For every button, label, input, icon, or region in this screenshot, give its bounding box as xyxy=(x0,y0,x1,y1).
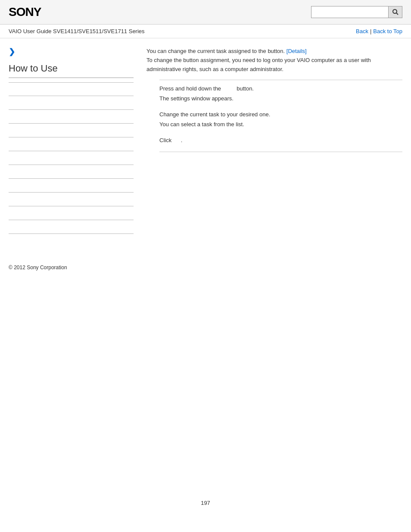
main-content: ❯ How to Use You can change the current … xyxy=(0,38,411,243)
footer: © 2012 Sony Corporation xyxy=(0,255,411,279)
guide-title: VAIO User Guide SVE1411/SVE1511/SVE1711 … xyxy=(9,28,145,34)
intro-line1: You can change the current task assigned… xyxy=(146,48,285,54)
content-intro: You can change the current task assigned… xyxy=(146,47,402,74)
step-2-line-2: You can select a task from the list. xyxy=(159,120,402,129)
sidebar-nav xyxy=(9,82,134,234)
page-number: 197 xyxy=(201,491,210,515)
step-3-line-1: Click . xyxy=(159,136,402,145)
svg-point-0 xyxy=(393,9,397,13)
back-to-top-link[interactable]: Back to Top xyxy=(373,28,402,34)
step-3: Click . xyxy=(159,136,402,145)
sidebar-nav-item[interactable] xyxy=(9,193,134,206)
step-1-line-1: Press and hold down the button. xyxy=(159,84,402,93)
content-steps: Press and hold down the button. The sett… xyxy=(159,80,402,152)
search-area xyxy=(311,6,402,18)
search-icon xyxy=(392,9,399,16)
nav-links: Back | Back to Top xyxy=(356,28,402,34)
sidebar-nav-item[interactable] xyxy=(9,137,134,151)
step-2: Change the current task to your desired … xyxy=(159,110,402,129)
nav-separator: | xyxy=(370,28,371,34)
sidebar-nav-item[interactable] xyxy=(9,151,134,165)
search-button[interactable] xyxy=(389,6,402,18)
subheader: VAIO User Guide SVE1411/SVE1511/SVE1711 … xyxy=(0,25,411,38)
sidebar-nav-item[interactable] xyxy=(9,220,134,234)
copyright: © 2012 Sony Corporation xyxy=(9,264,67,271)
details-link[interactable]: [Details] xyxy=(286,48,307,54)
page-title: How to Use xyxy=(9,63,134,78)
sidebar-nav-item[interactable] xyxy=(9,179,134,193)
breadcrumb-arrow: ❯ xyxy=(9,47,134,56)
sidebar: ❯ How to Use xyxy=(9,47,134,234)
svg-line-1 xyxy=(396,13,398,15)
back-link[interactable]: Back xyxy=(356,28,368,34)
content-area: You can change the current task assigned… xyxy=(146,47,402,234)
step-1: Press and hold down the button. The sett… xyxy=(159,84,402,103)
search-input[interactable] xyxy=(311,6,389,18)
step-2-line-1: Change the current task to your desired … xyxy=(159,110,402,119)
sidebar-nav-item[interactable] xyxy=(9,96,134,110)
header: SONY xyxy=(0,0,411,25)
sidebar-nav-item[interactable] xyxy=(9,82,134,96)
sony-logo: SONY xyxy=(9,5,41,19)
sidebar-nav-item[interactable] xyxy=(9,110,134,124)
sidebar-nav-item[interactable] xyxy=(9,124,134,137)
content-divider xyxy=(159,152,402,152)
intro-line2: To change the button assignment, you nee… xyxy=(146,57,371,72)
sidebar-nav-item[interactable] xyxy=(9,206,134,220)
step-1-line-2: The settings window appears. xyxy=(159,94,402,103)
sidebar-nav-item[interactable] xyxy=(9,165,134,179)
